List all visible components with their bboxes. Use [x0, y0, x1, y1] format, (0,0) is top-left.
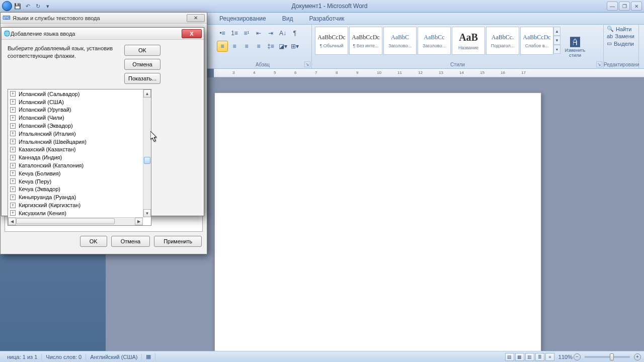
pilcrow-icon[interactable]: ¶: [289, 28, 300, 39]
expand-icon[interactable]: +: [10, 210, 16, 216]
indent-icon[interactable]: ⇥: [265, 28, 276, 39]
style-item-4[interactable]: АаВНазвание: [452, 27, 485, 55]
text-services-titlebar[interactable]: ⌨ Языки и службы текстового ввода ✕: [1, 13, 207, 24]
tree-horizontal-scrollbar[interactable]: ◀ ▶: [8, 217, 143, 225]
styles-dialog-launcher[interactable]: ↘: [596, 61, 602, 67]
replace-button[interactable]: abЗамени: [607, 33, 635, 39]
language-item[interactable]: +Киньяруанда (Руанда): [8, 193, 151, 201]
text-services-ok-button[interactable]: OK: [80, 236, 107, 247]
language-item[interactable]: +Каталонский (Каталония): [8, 161, 151, 169]
expand-icon[interactable]: +: [10, 203, 16, 208]
expand-icon[interactable]: +: [10, 170, 16, 176]
expand-icon[interactable]: +: [10, 139, 16, 144]
scroll-track[interactable]: [143, 98, 151, 209]
language-item[interactable]: +Испанский (Уругвай): [8, 106, 151, 114]
language-item[interactable]: +Испанский (Эквадор): [8, 122, 151, 130]
select-button[interactable]: ▭Выдели: [607, 40, 635, 47]
tab-review[interactable]: Рецензирование: [216, 13, 269, 24]
language-item[interactable]: +Кечуа (Перу): [8, 177, 151, 186]
scroll-down-icon[interactable]: ▼: [143, 209, 151, 217]
language-tree-content[interactable]: +Испанский (Сальвадор)+Испанский (США)+И…: [8, 89, 151, 225]
zoom-in-icon[interactable]: +: [634, 353, 641, 360]
style-item-6[interactable]: AaBbCcDcСлабое в...: [520, 27, 553, 55]
view-web-icon[interactable]: ▥: [525, 353, 534, 361]
expand-icon[interactable]: +: [10, 163, 16, 168]
expand-icon[interactable]: +: [10, 155, 16, 160]
scroll-up-icon[interactable]: ▲: [143, 89, 151, 98]
text-services-apply-button[interactable]: Применить: [154, 236, 202, 247]
status-page[interactable]: ница: 1 из 1: [3, 354, 42, 360]
sort-icon[interactable]: A↓: [277, 28, 288, 39]
align-justify-icon[interactable]: ≡: [253, 41, 264, 52]
align-left-icon[interactable]: ≡: [217, 41, 228, 52]
expand-icon[interactable]: +: [10, 107, 16, 113]
style-item-2[interactable]: AaBbCЗаголово...: [383, 27, 417, 55]
bullets-icon[interactable]: •≡: [217, 28, 228, 39]
line-spacing-icon[interactable]: ‡≡: [265, 41, 276, 52]
save-icon[interactable]: 💾: [13, 2, 22, 11]
gallery-more-icon[interactable]: ▾: [553, 45, 560, 54]
status-macro-icon[interactable]: ▦: [142, 353, 155, 360]
expand-icon[interactable]: +: [10, 195, 16, 200]
expand-icon[interactable]: +: [10, 147, 16, 152]
expand-icon[interactable]: +: [10, 91, 16, 97]
gallery-down-icon[interactable]: ▼: [553, 36, 560, 45]
style-item-3[interactable]: AaBbCcЗаголово...: [418, 27, 451, 55]
language-item[interactable]: +Каннада (Индия): [8, 153, 151, 161]
hscroll-thumb[interactable]: [16, 218, 115, 224]
expand-icon[interactable]: +: [10, 123, 16, 129]
multilevel-icon[interactable]: ≡¹: [241, 28, 252, 39]
close-button[interactable]: ✕: [631, 2, 642, 11]
add-language-ok-button[interactable]: OK: [124, 45, 160, 56]
language-item[interactable]: +Итальянский (Швейцария): [8, 138, 151, 146]
language-item[interactable]: +Казахский (Казахстан): [8, 146, 151, 154]
outdent-icon[interactable]: ⇤: [253, 28, 264, 39]
expand-icon[interactable]: +: [10, 115, 16, 121]
find-button[interactable]: 🔍Найти: [607, 26, 635, 32]
shading-icon[interactable]: ◪▾: [277, 41, 288, 52]
language-item[interactable]: +Испанский (Чили): [8, 114, 151, 122]
status-wordcount[interactable]: Число слов: 0: [42, 354, 86, 360]
qat-dropdown-icon[interactable]: ▾: [43, 2, 52, 11]
minimize-button[interactable]: —: [607, 2, 618, 11]
maximize-button[interactable]: ❐: [619, 2, 630, 11]
align-center-icon[interactable]: ≡: [229, 41, 240, 52]
zoom-value[interactable]: 110%: [558, 354, 573, 360]
add-language-titlebar[interactable]: 🌐 Добавление языка ввода X: [2, 28, 204, 40]
view-draft-icon[interactable]: ≡: [545, 353, 554, 361]
horizontal-ruler[interactable]: 34567891011121314151617: [214, 69, 644, 77]
tab-developer[interactable]: Разработчик: [306, 13, 347, 24]
hscroll-left-icon[interactable]: ◀: [8, 218, 16, 225]
redo-icon[interactable]: ↻: [33, 2, 42, 11]
tab-view[interactable]: Вид: [279, 13, 296, 24]
view-outline-icon[interactable]: ≣: [535, 353, 544, 361]
undo-icon[interactable]: ↶: [23, 2, 32, 11]
language-item[interactable]: +Итальянский (Италия): [8, 130, 151, 138]
document-page[interactable]: [214, 93, 541, 351]
tree-vertical-scrollbar[interactable]: ▲ ▼: [143, 89, 151, 217]
language-item[interactable]: +Испанский (Сальвадор): [8, 90, 151, 98]
add-language-cancel-button[interactable]: Отмена: [124, 59, 160, 70]
text-services-cancel-button[interactable]: Отмена: [111, 236, 150, 247]
style-item-5[interactable]: AaBbCc.Подзагол...: [486, 27, 519, 55]
language-item[interactable]: +Испанский (США): [8, 98, 151, 106]
view-print-layout-icon[interactable]: ▤: [505, 353, 514, 361]
add-language-show-button[interactable]: Показать...: [124, 73, 160, 84]
view-fullscreen-icon[interactable]: ▦: [515, 353, 524, 361]
hscroll-right-icon[interactable]: ▶: [135, 218, 143, 225]
office-orb[interactable]: [2, 1, 12, 11]
add-language-close-button[interactable]: X: [182, 29, 202, 38]
expand-icon[interactable]: +: [10, 187, 16, 192]
language-item[interactable]: +Кечуа (Эквадор): [8, 186, 151, 194]
status-language[interactable]: Английский (США): [86, 354, 142, 360]
style-item-1[interactable]: AaBbCcDc¶ Без инте...: [349, 27, 382, 55]
zoom-slider-thumb[interactable]: [610, 353, 614, 360]
scroll-thumb[interactable]: [144, 157, 150, 164]
style-item-0[interactable]: AaBbCcDc¶ Обычный: [315, 27, 348, 55]
zoom-slider[interactable]: [585, 356, 630, 358]
text-services-close-button[interactable]: ✕: [187, 14, 205, 22]
language-item[interactable]: +Киргизский (Киргизстан): [8, 201, 151, 209]
paragraph-dialog-launcher[interactable]: ↘: [304, 61, 310, 67]
expand-icon[interactable]: +: [10, 99, 16, 105]
numbering-icon[interactable]: 1≡: [229, 28, 240, 39]
